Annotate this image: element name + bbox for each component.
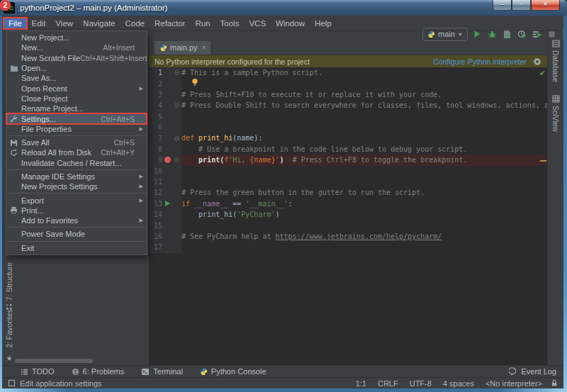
code-text[interactable] (181, 78, 547, 89)
code-text[interactable]: print_hi('PyCharm') (181, 209, 547, 220)
gutter[interactable]: 2 (149, 78, 181, 89)
configure-interpreter-link[interactable]: Configure Python interpreter (433, 57, 527, 66)
window-icon[interactable] (8, 379, 16, 387)
maximize-button[interactable]: ▫ (512, 0, 531, 11)
gutter[interactable]: 11 (149, 177, 181, 187)
minimize-button[interactable]: – (493, 0, 512, 11)
menu-item-file-properties[interactable]: File Properties▶ (6, 124, 147, 134)
gutter[interactable]: 17 (149, 242, 181, 252)
stop-button[interactable] (546, 28, 558, 40)
gear-icon[interactable] (533, 57, 541, 66)
code-editor[interactable]: ✔ 1# This is a sample Python script.23# … (149, 67, 547, 365)
menu-item-settings[interactable]: Settings...Ctrl+Alt+S (6, 113, 147, 123)
menu-item-print[interactable]: Print... (6, 206, 147, 215)
menu-item-new-projects-settings[interactable]: New Projects Settings▶ (6, 181, 147, 191)
fold-marker-icon[interactable] (174, 157, 179, 162)
coverage-button[interactable] (501, 28, 513, 40)
code-line-17[interactable]: 17 (149, 242, 547, 252)
code-line-6[interactable]: 6 (149, 122, 547, 133)
run-configuration-select[interactable]: main ▼ (422, 28, 468, 41)
menu-item-export[interactable]: Export▶ (6, 195, 147, 205)
fold-marker-icon[interactable] (174, 103, 179, 108)
code-text[interactable] (181, 220, 547, 230)
status-widget-interpreter-status[interactable]: <No interpreter> (485, 379, 542, 388)
menu-item-open-recent[interactable]: Open Recent▶ (6, 83, 147, 93)
code-line-2[interactable]: 2 (149, 78, 547, 89)
fold-marker-icon[interactable] (174, 70, 179, 75)
code-line-5[interactable]: 5 (149, 111, 547, 122)
tool-stripe-structure[interactable]: 7: Structure (3, 262, 16, 310)
gutter[interactable]: 10 (149, 166, 181, 177)
code-text[interactable] (181, 166, 547, 177)
gutter[interactable]: 9 (149, 155, 181, 165)
code-line-7[interactable]: 7def print_hi(name): (149, 133, 547, 143)
code-line-1[interactable]: 1# This is a sample Python script. (149, 67, 547, 78)
gutter[interactable]: 4 (149, 100, 181, 111)
menubar-item-edit[interactable]: Edit (27, 18, 51, 29)
gutter[interactable]: 16 (149, 231, 181, 242)
concurrency-button[interactable] (531, 28, 543, 40)
menu-item-open[interactable]: Open... (6, 63, 147, 73)
lightbulb-icon[interactable] (191, 78, 198, 87)
code-line-14[interactable]: 14 print_hi('PyCharm') (149, 209, 547, 220)
gutter[interactable]: 1 (149, 67, 181, 78)
menubar-item-vcs[interactable]: VCS (244, 18, 271, 29)
code-line-13[interactable]: 13if __name__ == '__main__': (149, 198, 547, 209)
run-button[interactable] (471, 28, 483, 40)
menu-item-reload-all-from-disk[interactable]: Reload All from DiskCtrl+Alt+Y (6, 147, 147, 157)
menubar-item-tools[interactable]: Tools (215, 18, 245, 29)
code-text[interactable] (181, 177, 547, 187)
status-widget-indent[interactable]: 4 spaces (443, 379, 474, 388)
code-text[interactable]: if __name__ == '__main__': (181, 198, 547, 209)
code-text[interactable]: print(f'Hi, {name}') # Press Ctrl+F8 to … (181, 155, 547, 165)
debug-button[interactable] (486, 28, 498, 40)
code-line-12[interactable]: 12# Press the green button in the gutter… (149, 187, 547, 198)
code-text[interactable]: def print_hi(name): (181, 133, 547, 143)
tool-window-button-python-console[interactable]: Python Console (200, 367, 266, 376)
fold-marker-icon[interactable] (174, 136, 179, 141)
tool-stripe-sciview[interactable]: SciView (551, 95, 560, 132)
menu-item-power-save-mode[interactable]: Power Save Mode (6, 229, 147, 239)
code-text[interactable]: # This is a sample Python script. (181, 67, 547, 78)
tab-main-py[interactable]: main.py × (155, 41, 210, 55)
code-text[interactable] (181, 242, 547, 252)
lock-icon[interactable] (551, 379, 558, 387)
code-line-15[interactable]: 15 (149, 220, 547, 230)
code-line-11[interactable]: 11 (149, 177, 547, 187)
code-text[interactable] (181, 111, 547, 122)
menu-item-close-project[interactable]: Close Project (6, 94, 147, 103)
menu-item-new-project[interactable]: New Project... (6, 33, 147, 43)
menu-item-new[interactable]: New...Alt+Insert (6, 43, 147, 52)
close-button[interactable]: ✕ (531, 0, 560, 11)
gutter[interactable]: 15 (149, 220, 181, 230)
tool-window-button-6-problems[interactable]: 6: Problems (72, 367, 125, 376)
tool-stripe-database[interactable]: Database (551, 40, 560, 82)
code-text[interactable]: # Press Shift+F10 to execute it or repla… (181, 89, 547, 100)
status-widget-encoding[interactable]: UTF-8 (410, 379, 432, 388)
tool-window-button-todo[interactable]: TODO (21, 367, 55, 376)
menu-item-invalidate-caches-restart[interactable]: Invalidate Caches / Restart... (6, 158, 147, 168)
run-line-icon[interactable] (165, 201, 170, 206)
code-line-3[interactable]: 3# Press Shift+F10 to execute it or repl… (149, 89, 547, 100)
project-panel-scrollbar[interactable] (15, 359, 93, 363)
status-widget-line-separator[interactable]: CRLF (378, 379, 398, 388)
code-line-8[interactable]: 8 # Use a breakpoint in the code line be… (149, 144, 547, 155)
event-log-button[interactable]: Event Log (509, 367, 556, 376)
menubar-item-file[interactable]: File (4, 18, 27, 29)
code-line-10[interactable]: 10 (149, 166, 547, 177)
menubar-item-view[interactable]: View (50, 18, 78, 29)
menubar-item-run[interactable]: Run (190, 18, 215, 29)
breakpoint-icon[interactable] (164, 157, 171, 163)
code-text[interactable] (181, 122, 547, 133)
menubar-item-navigate[interactable]: Navigate (78, 18, 120, 29)
menubar-item-refactor[interactable]: Refactor (150, 18, 190, 29)
menubar-item-window[interactable]: Window (271, 18, 310, 29)
menu-item-manage-ide-settings[interactable]: Manage IDE Settings▶ (6, 172, 147, 181)
status-widget-caret-position[interactable]: 1:1 (356, 379, 366, 388)
menubar-item-help[interactable]: Help (310, 18, 337, 29)
code-line-9[interactable]: 9 print(f'Hi, {name}') # Press Ctrl+F8 t… (149, 155, 547, 165)
tool-window-button-terminal[interactable]: Terminal (141, 367, 183, 376)
gutter[interactable]: 7 (149, 133, 181, 143)
gutter[interactable]: 14 (149, 209, 181, 220)
menu-item-exit[interactable]: Exit (6, 243, 147, 253)
